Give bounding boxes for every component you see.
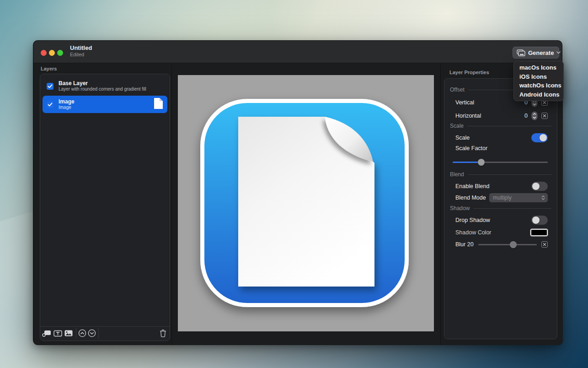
toolbar-separator xyxy=(76,328,76,339)
section-label: Blend xyxy=(450,171,464,178)
slider-thumb[interactable] xyxy=(478,159,485,166)
horizontal-offset-stepper[interactable] xyxy=(531,111,538,120)
app-window: Untitled Edited Generate macOs I xyxy=(33,40,562,345)
left-pane-divider xyxy=(171,63,172,345)
blur-slider[interactable] xyxy=(478,240,537,249)
desktop-background: Untitled Edited Generate macOs I xyxy=(0,0,588,368)
slider-thumb[interactable] xyxy=(510,241,517,248)
blend-mode-label: Blend Mode xyxy=(455,195,486,201)
horizontal-offset-value: 0 xyxy=(524,113,528,119)
window-title-block: Untitled Edited xyxy=(70,44,92,58)
scale-factor-label-row: Scale Factor xyxy=(455,143,548,153)
drop-shadow-label: Drop Shadow xyxy=(455,217,490,223)
blend-mode-select[interactable]: multiply xyxy=(489,193,548,202)
shadow-section-header: Shadow xyxy=(450,205,551,212)
layer-visibility-checkbox[interactable] xyxy=(47,101,53,108)
layer-row-image-selected[interactable]: Image Image xyxy=(43,96,167,113)
layer-row-base-layer[interactable]: Base Layer Layer with rounded corners an… xyxy=(43,77,167,95)
layers-pane-header: Layers xyxy=(41,66,57,71)
chevron-down-icon xyxy=(556,51,561,54)
add-text-layer-button[interactable] xyxy=(53,329,62,338)
minimize-window-button[interactable] xyxy=(49,50,55,56)
toggle-knob xyxy=(540,134,547,141)
canvas-preview xyxy=(178,75,434,331)
blur-label: Blur 20 xyxy=(455,241,474,248)
layer-text-block: Base Layer Layer with rounded corners an… xyxy=(59,80,146,92)
section-label: Scale xyxy=(450,123,464,129)
menu-item-macos-icons[interactable]: macOs Icons xyxy=(514,63,563,72)
horizontal-offset-clear-button[interactable] xyxy=(541,113,548,119)
section-label: Shadow xyxy=(450,205,470,211)
generate-button-label: Generate xyxy=(528,49,554,56)
vertical-offset-label: Vertical xyxy=(455,99,474,106)
document-edited-status: Edited xyxy=(70,52,92,58)
window-title: Untitled xyxy=(70,44,92,52)
delete-layer-button[interactable] xyxy=(158,329,167,338)
scale-factor-slider[interactable] xyxy=(453,157,548,167)
layer-subtitle: Layer with rounded corners and gradient … xyxy=(59,87,146,92)
add-base-layer-button[interactable] xyxy=(42,329,51,338)
menu-item-ios-icons[interactable]: iOS Icons xyxy=(514,72,563,81)
shadow-color-row: Shadow Color xyxy=(455,227,548,238)
document-thumbnail-icon xyxy=(154,97,163,111)
scale-toggle[interactable] xyxy=(531,133,548,142)
section-rule xyxy=(467,126,551,126)
enable-blend-label: Enable Blend xyxy=(455,183,489,189)
scale-factor-slider-row xyxy=(453,157,548,167)
section-rule xyxy=(468,174,551,175)
layer-title: Image xyxy=(59,98,75,105)
enable-blend-row: Enable Blend xyxy=(455,181,548,191)
toggle-knob xyxy=(532,216,540,224)
photos-stack-icon xyxy=(517,49,525,56)
window-content: Layers Base Layer Layer with rounded cor… xyxy=(33,63,563,345)
zoom-window-button[interactable] xyxy=(57,50,63,56)
layers-toolbar-divider xyxy=(40,326,170,327)
right-pane-divider xyxy=(440,63,441,345)
menu-item-watchos-icons[interactable]: watchOs Icons xyxy=(514,81,563,90)
close-window-button[interactable] xyxy=(41,50,47,56)
app-icon-preview xyxy=(178,75,434,331)
layer-text-block: Image Image xyxy=(59,98,75,110)
section-label: Offset xyxy=(450,87,465,93)
shadow-color-label: Shadow Color xyxy=(455,229,492,236)
scale-toggle-row: Scale xyxy=(455,133,548,143)
titlebar: Untitled Edited Generate xyxy=(33,41,562,63)
select-chevrons-icon xyxy=(541,195,545,200)
blur-row: Blur 20 xyxy=(455,239,548,249)
scale-toggle-label: Scale xyxy=(455,135,470,141)
toolbar-separator xyxy=(98,328,99,339)
horizontal-offset-row: Horizontal 0 xyxy=(455,111,548,121)
move-layer-up-button[interactable] xyxy=(78,329,87,338)
blend-mode-value: multiply xyxy=(493,195,541,201)
horizontal-offset-label: Horizontal xyxy=(455,113,481,119)
layer-visibility-checkbox[interactable] xyxy=(47,83,53,90)
generate-dropdown-menu: macOs Icons iOS Icons watchOs Icons Andr… xyxy=(513,61,564,101)
blend-section-header: Blend xyxy=(450,171,551,178)
section-rule xyxy=(473,208,551,209)
properties-pane-header: Layer Properties xyxy=(449,70,489,75)
blend-mode-row: Blend Mode multiply xyxy=(455,193,548,203)
layer-subtitle: Image xyxy=(59,105,75,110)
layer-title: Base Layer xyxy=(59,80,146,87)
generate-button[interactable]: Generate xyxy=(513,47,559,59)
drop-shadow-toggle[interactable] xyxy=(531,216,548,225)
scale-factor-label: Scale Factor xyxy=(455,145,487,152)
shadow-color-well[interactable] xyxy=(530,229,548,236)
blur-clear-button[interactable] xyxy=(541,241,548,248)
layers-list: Base Layer Layer with rounded corners an… xyxy=(40,74,170,341)
scale-section-header: Scale xyxy=(450,122,551,130)
move-layer-down-button[interactable] xyxy=(87,329,96,338)
slider-fill xyxy=(453,162,481,163)
add-image-layer-button[interactable] xyxy=(64,329,73,338)
slider-track xyxy=(478,244,537,245)
layer-properties-panel: Offset Vertical 0 xyxy=(444,78,557,339)
menu-item-android-icons[interactable]: Android Icons xyxy=(514,90,563,99)
enable-blend-toggle[interactable] xyxy=(531,182,548,191)
drop-shadow-row: Drop Shadow xyxy=(455,215,548,225)
toggle-knob xyxy=(532,183,540,190)
